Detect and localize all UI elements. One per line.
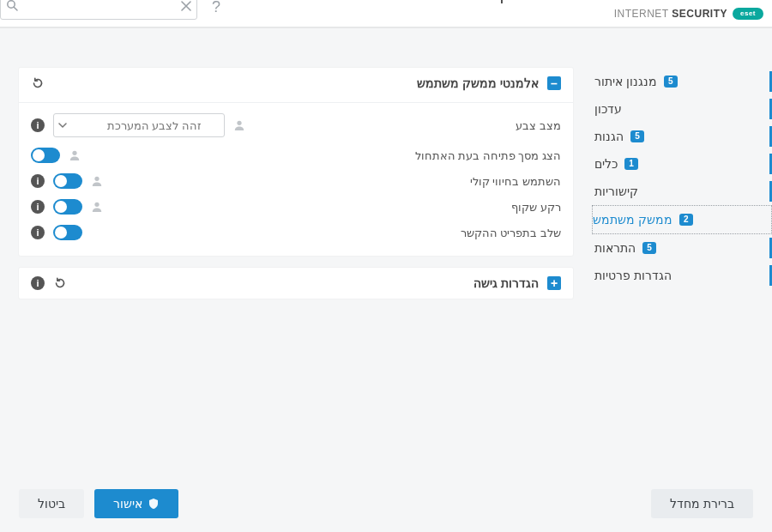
- panel-title: אלמנטי ממשק משתמש: [417, 76, 539, 90]
- badge: 1: [624, 158, 638, 170]
- search-icon[interactable]: [6, 0, 18, 15]
- brand: eset INTERNET SECURITY: [614, 8, 763, 20]
- toggle-sound[interactable]: [53, 173, 82, 189]
- search-input[interactable]: [18, 1, 181, 14]
- brand-logo: eset: [733, 8, 763, 20]
- panel-title: הגדרות גישה: [473, 276, 539, 290]
- panel-access-settings: + הגדרות גישה i: [19, 268, 573, 299]
- page-title-wrap: הגדרות מתקדמות: [462, 0, 592, 4]
- default-button[interactable]: ברירת מחדל: [651, 489, 753, 518]
- label-transparent-bg: רקע שקוף: [511, 201, 561, 214]
- row-transparent-bg: רקע שקוף i: [31, 194, 561, 220]
- sidebar-item-detection[interactable]: 5מנגנון איתור: [592, 68, 772, 95]
- info-icon[interactable]: i: [31, 200, 45, 214]
- row-context-menu: שלב בתפריט ההקשר i: [31, 220, 561, 245]
- svg-point-3: [237, 121, 241, 125]
- label-context-menu: שלב בתפריט ההקשר: [461, 227, 561, 239]
- sidebar-item-connectivity[interactable]: קישוריות: [592, 178, 772, 205]
- panel-body: מצב צבע זהה לצבע המערכת i הצג מסך פתיחה …: [19, 99, 573, 256]
- panel-header[interactable]: + הגדרות גישה i: [19, 268, 573, 299]
- info-icon[interactable]: i: [31, 118, 45, 132]
- svg-line-2: [14, 7, 17, 10]
- toggle-context-menu[interactable]: [53, 225, 82, 240]
- sidebar-item-label: מנגנון איתור: [594, 75, 657, 88]
- sidebar: 5מנגנון איתור עדכון 5הגנות 1כלים קישוריו…: [592, 28, 772, 476]
- label-color-mode: מצב צבע: [516, 119, 561, 132]
- content: הגדרות מתקדמות ? – אלמנטי ממשק משתמש: [0, 28, 592, 476]
- sidebar-item-protections[interactable]: 5הגנות: [592, 123, 772, 150]
- row-color-mode: מצב צבע זהה לצבע המערכת i: [31, 108, 561, 142]
- search-box[interactable]: [0, 0, 197, 20]
- sidebar-item-label: הגנות: [594, 130, 624, 143]
- toggle-transparent-bg[interactable]: [53, 199, 82, 215]
- sidebar-item-notifications[interactable]: 5התראות: [592, 234, 772, 262]
- sidebar-item-privacy[interactable]: הגדרות פרטיות: [592, 262, 772, 289]
- svg-point-6: [94, 203, 99, 207]
- reset-icon[interactable]: [53, 276, 67, 290]
- expand-icon[interactable]: +: [547, 276, 561, 290]
- sidebar-item-label: הגדרות פרטיות: [594, 269, 672, 282]
- clear-icon[interactable]: [181, 0, 191, 15]
- info-icon[interactable]: i: [31, 174, 45, 188]
- select-color-mode-wrap: זהה לצבע המערכת: [53, 113, 225, 137]
- page-title: הגדרות מתקדמות: [462, 0, 592, 4]
- badge: 5: [664, 76, 678, 88]
- select-color-mode[interactable]: זהה לצבע המערכת: [53, 113, 225, 137]
- svg-point-5: [94, 177, 99, 181]
- sidebar-item-label: כלים: [594, 157, 618, 171]
- user-icon: [69, 149, 81, 161]
- user-icon: [91, 201, 103, 213]
- badge: 5: [630, 130, 644, 142]
- sidebar-item-label: התראות: [594, 241, 636, 255]
- sidebar-item-label: קישוריות: [594, 184, 638, 198]
- badge: 2: [679, 214, 693, 226]
- svg-point-4: [72, 151, 76, 155]
- footer: ברירת מחדל אישור ביטול: [0, 475, 772, 532]
- row-splash: הצג מסך פתיחה בעת האתחול: [31, 142, 561, 168]
- badge: 5: [642, 242, 656, 254]
- sidebar-item-label: ממשק משתמש: [593, 213, 672, 227]
- cancel-button[interactable]: ביטול: [19, 489, 84, 518]
- label-splash: הצג מסך פתיחה בעת האתחול: [415, 149, 561, 162]
- panel-ui-elements: – אלמנטי ממשק משתמש מצב צבע זהה לצבע המע…: [19, 68, 573, 256]
- sidebar-item-ui[interactable]: 2ממשק משתמש: [592, 205, 772, 234]
- info-icon[interactable]: i: [31, 226, 45, 239]
- label-sound: השתמש בחיווי קולי: [470, 175, 561, 188]
- panel-header[interactable]: – אלמנטי ממשק משתמש: [19, 68, 573, 99]
- user-icon: [233, 119, 245, 131]
- collapse-icon[interactable]: –: [547, 76, 561, 90]
- sidebar-item-tools[interactable]: 1כלים: [592, 150, 772, 178]
- sidebar-item-label: עדכון: [594, 102, 622, 116]
- sidebar-item-update[interactable]: עדכון: [592, 95, 772, 123]
- toggle-splash[interactable]: [31, 148, 60, 163]
- row-sound: השתמש בחיווי קולי i: [31, 168, 561, 194]
- reset-icon[interactable]: [31, 76, 45, 90]
- info-icon[interactable]: i: [31, 276, 45, 290]
- brand-text: INTERNET SECURITY: [614, 8, 727, 20]
- user-icon: [91, 175, 103, 187]
- help-button[interactable]: ?: [206, 0, 226, 17]
- shield-icon: [148, 498, 160, 510]
- ok-button[interactable]: אישור: [94, 489, 178, 518]
